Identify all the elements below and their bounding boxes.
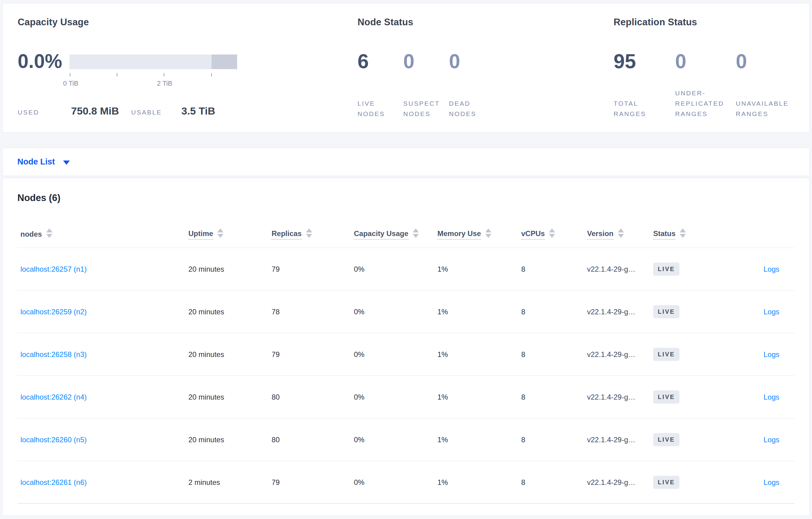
node-address-cell: localhost:26260 (n5) [18,435,188,444]
column-header-label[interactable]: vCPUs [521,230,545,240]
node-list-dropdown[interactable]: Node List [18,157,70,166]
chevron-down-icon[interactable] [63,160,70,165]
version-text: v22.1.4-29-g… [587,308,636,316]
sort-icon[interactable] [485,228,491,238]
table-row: localhost:26261 (n6) 2 minutes 79 0% 1% … [18,461,794,504]
status-badge: LIVE [653,305,679,318]
node-address-link[interactable]: localhost:26258 (n3) [21,350,87,359]
column-header-memory-use[interactable]: Memory Use [437,228,521,240]
unavailable-ranges-label: UNAVAILABLE RANGES [736,98,801,119]
under-replicated-ranges-value: 0 [675,49,736,73]
replicas-cell: 79 [271,350,354,359]
unavailable-ranges-value: 0 [736,49,801,73]
uptime-cell: 20 minutes [188,308,271,316]
uptime-cell: 20 minutes [188,350,271,359]
capacity-tick-label: 0 TiB [63,80,78,87]
suspect-nodes-label: SUSPECT NODES [403,98,442,119]
logs-link[interactable]: Logs [763,393,779,401]
capacity-usage-percent: 0.0% [18,49,62,73]
version-cell: v22.1.4-29-g… [587,265,653,274]
column-header-label[interactable]: Status [653,230,675,240]
status-badge: LIVE [653,263,679,276]
sort-icon[interactable] [413,228,419,238]
version-text: v22.1.4-29-g… [587,265,636,273]
column-header-label[interactable]: Uptime [188,230,213,240]
version-cell: v22.1.4-29-g… [587,350,653,359]
logs-link[interactable]: Logs [763,265,779,273]
column-header-uptime[interactable]: Uptime [188,228,271,240]
node-address-link[interactable]: localhost:26260 (n5) [21,435,87,444]
capacity-bar-reserved-segment [211,55,237,69]
column-header-label[interactable]: Replicas [271,230,302,240]
capacity-tick [70,73,70,77]
column-header-version[interactable]: Version [587,228,653,240]
node-address-link[interactable]: localhost:26259 (n2) [21,308,87,316]
column-header-status[interactable]: Status [653,228,723,240]
node-address-cell: localhost:26262 (n4) [18,393,188,401]
sort-icon[interactable] [549,228,555,238]
capacity-usage-cell: 0% [354,308,437,316]
memory-use-cell: 1% [437,435,521,444]
cluster-summary-panel: Capacity Usage 0.0% 0 TiB 2 TiB USED 750… [2,3,810,132]
node-address-link[interactable]: localhost:26257 (n1) [21,265,87,273]
replication-status-title: Replication Status [614,17,697,28]
sort-icon[interactable] [306,228,312,238]
sort-icon[interactable] [618,228,624,238]
column-header-label[interactable]: Capacity Usage [354,230,408,240]
version-text: v22.1.4-29-g… [587,350,636,359]
uptime-cell: 20 minutes [188,393,271,401]
column-header-nodes[interactable]: nodes [18,228,188,240]
sort-icon[interactable] [46,228,52,238]
vcpus-cell: 8 [521,478,587,487]
node-address-link[interactable]: localhost:26261 (n6) [21,478,87,486]
capacity-usage-cell: 0% [354,393,437,401]
sort-icon[interactable] [217,228,224,238]
capacity-usage-cell: 0% [354,350,437,359]
column-header-label[interactable]: nodes [21,230,42,240]
capacity-bar-track [69,55,237,69]
vcpus-cell: 8 [521,350,587,359]
dead-nodes-stat: 0 DEAD NODES [449,49,504,119]
replication-status-stats: 95 TOTAL RANGES 0 UNDER-REPLICATED RANGE… [614,49,801,119]
used-value: 750.8 MiB [71,105,119,117]
suspect-nodes-stat: 0 SUSPECT NODES [403,49,449,119]
table-row: localhost:26260 (n5) 20 minutes 80 0% 1%… [18,419,794,461]
status-badge: LIVE [653,391,679,403]
node-address-cell: localhost:26258 (n3) [18,350,188,359]
status-cell: LIVE [653,263,723,276]
memory-use-cell: 1% [437,265,521,274]
logs-cell: Logs [723,435,794,444]
unavailable-ranges-stat: 0 UNAVAILABLE RANGES [736,49,801,119]
logs-link[interactable]: Logs [763,308,779,316]
node-list-dropdown-label[interactable]: Node List [18,157,55,166]
live-nodes-stat: 6 LIVE NODES [357,49,403,119]
column-header-label[interactable]: Version [587,230,614,240]
column-header-capacity-usage[interactable]: Capacity Usage [354,228,437,240]
logs-link[interactable]: Logs [763,435,779,444]
column-header-vcpus[interactable]: vCPUs [521,228,587,240]
logs-cell: Logs [723,350,794,359]
node-status-title: Node Status [357,17,413,28]
replicas-cell: 78 [271,308,354,316]
logs-link[interactable]: Logs [763,478,779,486]
status-cell: LIVE [653,305,723,318]
memory-use-cell: 1% [437,350,521,359]
sort-icon[interactable] [680,228,686,238]
capacity-usage-title: Capacity Usage [18,17,89,28]
status-badge: LIVE [653,476,679,489]
version-cell: v22.1.4-29-g… [587,308,653,316]
vcpus-cell: 8 [521,265,587,274]
column-header-label[interactable]: Memory Use [437,230,481,240]
live-nodes-label: LIVE NODES [357,98,397,119]
status-badge: LIVE [653,348,679,361]
status-badge: LIVE [653,433,679,446]
column-header-replicas[interactable]: Replicas [271,228,354,240]
vcpus-cell: 8 [521,393,587,401]
logs-link[interactable]: Logs [763,350,779,359]
total-ranges-value: 95 [614,49,675,73]
node-address-link[interactable]: localhost:26262 (n4) [21,393,87,401]
capacity-usage-footer: USED 750.8 MiB USABLE 3.5 TiB [18,105,215,117]
version-cell: v22.1.4-29-g… [587,435,653,444]
uptime-cell: 2 minutes [188,478,271,487]
capacity-tick [164,73,164,77]
